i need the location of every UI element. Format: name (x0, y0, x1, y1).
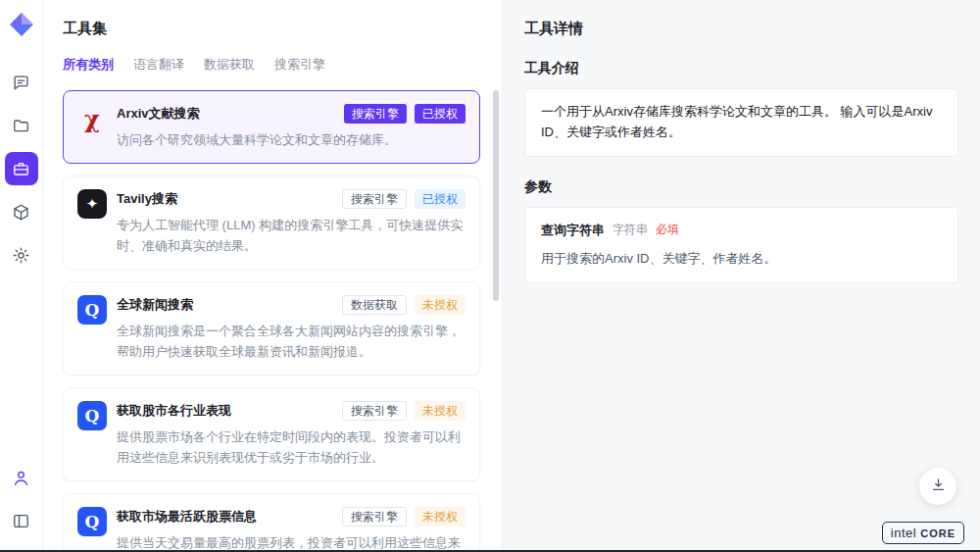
status-badge: 未授权 (415, 507, 466, 527)
param-description: 用于搜索的Arxiv ID、关键字、作者姓名。 (541, 249, 942, 270)
tool-description: 全球新闻搜索是一个聚合全球各大新闻网站内容的搜索引擎，帮助用户快速获取全球最新资… (117, 321, 466, 362)
tool-card-global-news[interactable]: Q 全球新闻搜索 数据获取 未授权 全球新闻搜索是一个聚合全球各大新闻网站内容的… (63, 281, 480, 376)
tool-card-tavily[interactable]: ✦ Tavily搜索 搜索引擎 已授权 专为人工智能代理 (LLM) 构建的搜索… (63, 176, 480, 270)
cube-icon[interactable] (5, 195, 38, 228)
category-badge: 搜索引擎 (344, 104, 407, 124)
detail-title: 工具详情 (524, 20, 958, 38)
tool-name: 获取市场最活跃股票信息 (117, 508, 334, 526)
category-tabs: 所有类别 语言翻译 数据获取 搜索引擎 (61, 56, 496, 74)
status-badge: 未授权 (415, 401, 466, 421)
tab-search-engine[interactable]: 搜索引擎 (274, 56, 325, 74)
tool-card-most-active-stocks[interactable]: Q 获取市场最活跃股票信息 搜索引擎 未授权 提供当天交易量最高的股票列表，投资… (63, 493, 480, 552)
user-icon[interactable] (5, 461, 38, 494)
toolbox-icon[interactable] (5, 152, 38, 185)
download-icon (930, 477, 947, 497)
category-badge: 搜索引擎 (342, 401, 407, 421)
intro-heading: 工具介绍 (524, 60, 958, 77)
stock-app-icon: Q (77, 401, 107, 430)
tool-list-panel: 工具集 所有类别 语言翻译 数据获取 搜索引擎 χ Arxiv文献搜索 搜索引擎… (43, 0, 502, 552)
app-logo-icon[interactable] (9, 12, 34, 37)
chat-icon[interactable] (5, 66, 38, 99)
news-search-app-icon: Q (77, 295, 107, 325)
intel-wordmark: intel (891, 526, 916, 540)
tool-name: Arxiv文献搜索 (117, 105, 336, 123)
tool-intro-text: 一个用于从Arxiv存储库搜索科学论文和文章的工具。 输入可以是Arxiv ID… (541, 104, 932, 139)
tavily-star-icon: ✦ (77, 189, 107, 219)
tool-detail-panel: 工具详情 工具介绍 一个用于从Arxiv存储库搜索科学论文和文章的工具。 输入可… (502, 0, 980, 552)
collapse-panel-icon[interactable] (5, 504, 38, 537)
tool-intro-card: 一个用于从Arxiv存储库搜索科学论文和文章的工具。 输入可以是Arxiv ID… (524, 88, 958, 157)
tab-language-translation[interactable]: 语言翻译 (133, 56, 184, 74)
tool-description: 提供股票市场各个行业在特定时间段内的表现。投资者可以利用这些信息来识别表现优于或… (117, 427, 466, 468)
category-badge: 搜索引擎 (342, 189, 407, 209)
category-badge: 搜索引擎 (342, 507, 407, 527)
arxiv-logo-icon: χ (77, 104, 107, 133)
intel-core-logo: intel CORE (882, 522, 964, 544)
list-scrollbar (493, 90, 499, 546)
tool-card-sector-performance[interactable]: Q 获取股市各行业表现 搜索引擎 未授权 提供股票市场各个行业在特定时间段内的表… (63, 387, 480, 481)
category-badge: 数据获取 (342, 295, 407, 315)
tool-name: Tavily搜索 (117, 190, 334, 208)
params-heading: 参数 (524, 178, 958, 196)
left-rail (0, 0, 43, 552)
download-button[interactable] (919, 468, 956, 505)
tool-card-list: χ Arxiv文献搜索 搜索引擎 已授权 访问各个研究领域大量科学论文和文章的存… (61, 88, 496, 552)
core-wordmark: CORE (920, 527, 956, 539)
tab-all-categories[interactable]: 所有类别 (63, 56, 114, 74)
tab-data-fetch[interactable]: 数据获取 (204, 56, 255, 74)
app-window: 工具集 所有类别 语言翻译 数据获取 搜索引擎 χ Arxiv文献搜索 搜索引擎… (0, 0, 980, 552)
tool-card-arxiv[interactable]: χ Arxiv文献搜索 搜索引擎 已授权 访问各个研究领域大量科学论文和文章的存… (63, 90, 480, 164)
settings-gear-icon[interactable] (5, 238, 38, 272)
tool-name: 获取股市各行业表现 (117, 402, 334, 420)
param-required-flag: 必填 (656, 221, 679, 239)
param-type: 字符串 (612, 221, 648, 239)
param-name: 查询字符串 (541, 221, 605, 241)
tool-description: 访问各个研究领域大量科学论文和文章的存储库。 (117, 129, 466, 150)
status-badge: 未授权 (415, 295, 466, 315)
scrollbar-thumb[interactable] (493, 90, 499, 301)
page-title: 工具集 (61, 20, 496, 38)
parameter-card: 查询字符串 字符串 必填 用于搜索的Arxiv ID、关键字、作者姓名。 (524, 207, 958, 284)
status-badge: 已授权 (415, 189, 466, 209)
stock-app-icon: Q (77, 507, 107, 536)
folder-icon[interactable] (5, 109, 38, 142)
tool-description: 专为人工智能代理 (LLM) 构建的搜索引擎工具，可快速提供实时、准确和真实的结… (117, 215, 466, 256)
status-badge: 已授权 (415, 104, 466, 124)
tool-name: 全球新闻搜索 (117, 296, 334, 314)
